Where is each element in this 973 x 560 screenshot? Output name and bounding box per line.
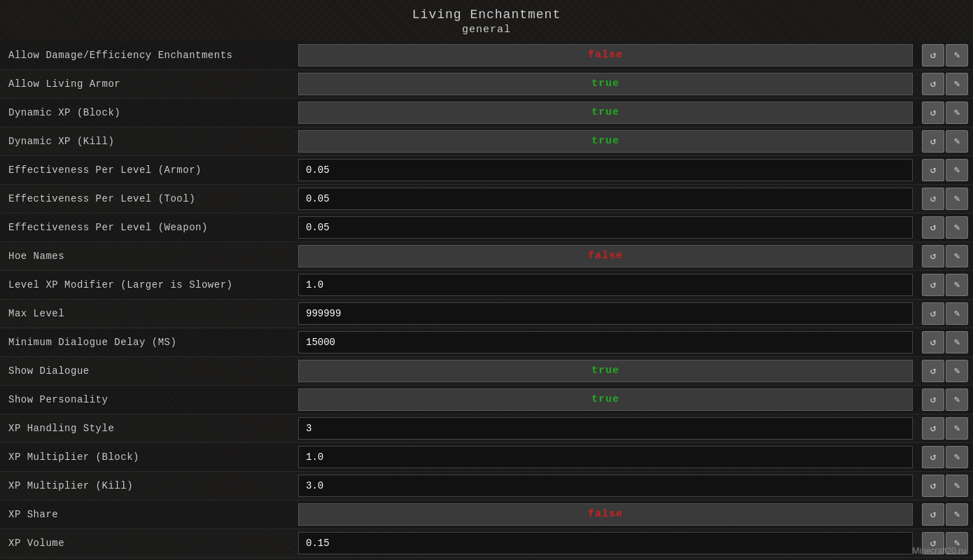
config-row-min-dialogue-delay: Minimum Dialogue Delay (MS)15000↺✎ — [0, 328, 973, 357]
actions-cell-xp-share: ↺✎ — [917, 500, 973, 528]
value-box-effectiveness-weapon[interactable]: 0.05 — [298, 216, 913, 239]
label-xp-handling-style: XP Handling Style — [0, 419, 294, 438]
edit-button-dynamic-xp-kill[interactable]: ✎ — [946, 130, 968, 153]
value-box-xp-handling-style[interactable]: 3 — [298, 417, 913, 440]
config-row-max-level: Max Level999999↺✎ — [0, 300, 973, 328]
reset-button-xp-share[interactable]: ↺ — [922, 503, 944, 526]
reset-button-show-dialogue[interactable]: ↺ — [922, 360, 944, 382]
reset-button-hoe-names[interactable]: ↺ — [922, 245, 944, 267]
reset-button-level-xp-modifier[interactable]: ↺ — [922, 274, 944, 296]
edit-button-max-level[interactable]: ✎ — [946, 302, 968, 325]
value-cell-max-level[interactable]: 999999 — [294, 300, 917, 328]
actions-cell-min-dialogue-delay: ↺✎ — [917, 328, 973, 356]
config-row-dynamic-xp-kill: Dynamic XP (Kill)true↺✎ — [0, 127, 973, 156]
reset-button-xp-handling-style[interactable]: ↺ — [922, 417, 944, 440]
label-xp-share: XP Share — [0, 505, 294, 524]
value-box-xp-multiplier-block[interactable]: 1.0 — [298, 446, 913, 468]
value-box-hoe-names[interactable]: false — [298, 245, 913, 267]
value-cell-effectiveness-weapon[interactable]: 0.05 — [294, 214, 917, 241]
value-cell-allow-damage[interactable]: false — [294, 41, 917, 69]
value-cell-xp-volume[interactable]: 0.15 — [294, 529, 917, 557]
edit-button-effectiveness-tool[interactable]: ✎ — [946, 188, 968, 210]
value-cell-xp-share[interactable]: false — [294, 500, 917, 528]
reset-button-effectiveness-tool[interactable]: ↺ — [922, 188, 944, 210]
reset-button-max-level[interactable]: ↺ — [922, 302, 944, 325]
value-box-show-dialogue[interactable]: true — [298, 360, 913, 382]
edit-button-show-personality[interactable]: ✎ — [946, 388, 968, 411]
value-cell-min-dialogue-delay[interactable]: 15000 — [294, 328, 917, 356]
page-header: Living Enchantment general — [0, 0, 973, 41]
value-true-dynamic-xp-kill: true — [592, 135, 620, 147]
reset-button-allow-damage[interactable]: ↺ — [922, 44, 944, 66]
edit-button-dynamic-xp-block[interactable]: ✎ — [946, 102, 968, 124]
value-false-xp-share: false — [588, 508, 623, 520]
value-cell-level-xp-modifier[interactable]: 1.0 — [294, 271, 917, 299]
value-box-level-xp-modifier[interactable]: 1.0 — [298, 274, 913, 296]
edit-button-xp-handling-style[interactable]: ✎ — [946, 417, 968, 440]
actions-cell-level-xp-modifier: ↺✎ — [917, 271, 973, 299]
reset-button-dynamic-xp-kill[interactable]: ↺ — [922, 130, 944, 153]
edit-button-effectiveness-weapon[interactable]: ✎ — [946, 216, 968, 239]
value-cell-hoe-names[interactable]: false — [294, 242, 917, 270]
edit-button-allow-damage[interactable]: ✎ — [946, 44, 968, 66]
value-box-xp-multiplier-kill[interactable]: 3.0 — [298, 475, 913, 497]
value-box-xp-share[interactable]: false — [298, 503, 913, 526]
value-box-allow-living-armor[interactable]: true — [298, 73, 913, 95]
config-row-xp-share: XP Sharefalse↺✎ — [0, 500, 973, 529]
value-box-allow-damage[interactable]: false — [298, 44, 913, 66]
value-box-min-dialogue-delay[interactable]: 15000 — [298, 331, 913, 354]
reset-button-allow-living-armor[interactable]: ↺ — [922, 73, 944, 95]
edit-button-xp-multiplier-kill[interactable]: ✎ — [946, 475, 968, 497]
value-box-max-level[interactable]: 999999 — [298, 302, 913, 325]
value-box-dynamic-xp-kill[interactable]: true — [298, 130, 913, 153]
label-xp-multiplier-kill: XP Multiplier (Kill) — [0, 476, 294, 496]
value-cell-dynamic-xp-block[interactable]: true — [294, 99, 917, 127]
value-cell-xp-handling-style[interactable]: 3 — [294, 414, 917, 442]
value-cell-show-personality[interactable]: true — [294, 386, 917, 414]
edit-button-allow-living-armor[interactable]: ✎ — [946, 73, 968, 95]
value-cell-allow-living-armor[interactable]: true — [294, 70, 917, 98]
reset-button-min-dialogue-delay[interactable]: ↺ — [922, 331, 944, 354]
label-effectiveness-weapon: Effectiveness Per Level (Weapon) — [0, 218, 294, 237]
edit-button-effectiveness-armor[interactable]: ✎ — [946, 159, 968, 181]
edit-button-show-dialogue[interactable]: ✎ — [946, 360, 968, 382]
value-cell-xp-multiplier-block[interactable]: 1.0 — [294, 443, 917, 471]
value-box-xp-volume[interactable]: 0.15 — [298, 532, 913, 554]
reset-button-effectiveness-armor[interactable]: ↺ — [922, 159, 944, 181]
actions-cell-effectiveness-armor: ↺✎ — [917, 156, 973, 184]
label-show-personality: Show Personality — [0, 390, 294, 410]
watermark: Minecraft20.ru — [912, 546, 966, 556]
value-box-show-personality[interactable]: true — [298, 388, 913, 411]
config-row-hoe-names: Hoe Namesfalse↺✎ — [0, 242, 973, 271]
reset-button-dynamic-xp-block[interactable]: ↺ — [922, 102, 944, 124]
label-hoe-names: Hoe Names — [0, 246, 294, 266]
config-row-show-personality: Show Personalitytrue↺✎ — [0, 386, 973, 414]
config-row-xp-handling-style: XP Handling Style3↺✎ — [0, 414, 973, 443]
actions-cell-allow-damage: ↺✎ — [917, 41, 973, 69]
reset-button-xp-multiplier-block[interactable]: ↺ — [922, 446, 944, 468]
value-true-show-dialogue: true — [592, 365, 620, 377]
value-cell-show-dialogue[interactable]: true — [294, 357, 917, 385]
label-max-level: Max Level — [0, 304, 294, 323]
edit-button-xp-share[interactable]: ✎ — [946, 503, 968, 526]
edit-button-xp-multiplier-block[interactable]: ✎ — [946, 446, 968, 468]
value-cell-dynamic-xp-kill[interactable]: true — [294, 127, 917, 155]
value-false-allow-damage: false — [588, 49, 623, 61]
config-row-dynamic-xp-block: Dynamic XP (Block)true↺✎ — [0, 99, 973, 127]
page-title: Living Enchantment — [0, 7, 973, 23]
value-cell-xp-multiplier-kill[interactable]: 3.0 — [294, 472, 917, 500]
value-box-effectiveness-armor[interactable]: 0.05 — [298, 159, 913, 181]
reset-button-show-personality[interactable]: ↺ — [922, 388, 944, 411]
reset-button-effectiveness-weapon[interactable]: ↺ — [922, 216, 944, 239]
config-row-effectiveness-armor: Effectiveness Per Level (Armor)0.05↺✎ — [0, 156, 973, 185]
reset-button-xp-multiplier-kill[interactable]: ↺ — [922, 475, 944, 497]
value-box-effectiveness-tool[interactable]: 0.05 — [298, 188, 913, 210]
label-show-dialogue: Show Dialogue — [0, 361, 294, 381]
edit-button-min-dialogue-delay[interactable]: ✎ — [946, 331, 968, 354]
value-cell-effectiveness-armor[interactable]: 0.05 — [294, 156, 917, 184]
value-cell-effectiveness-tool[interactable]: 0.05 — [294, 185, 917, 213]
config-row-xp-volume: XP Volume0.15↺✎ — [0, 529, 973, 558]
edit-button-hoe-names[interactable]: ✎ — [946, 245, 968, 267]
value-box-dynamic-xp-block[interactable]: true — [298, 102, 913, 124]
edit-button-level-xp-modifier[interactable]: ✎ — [946, 274, 968, 296]
